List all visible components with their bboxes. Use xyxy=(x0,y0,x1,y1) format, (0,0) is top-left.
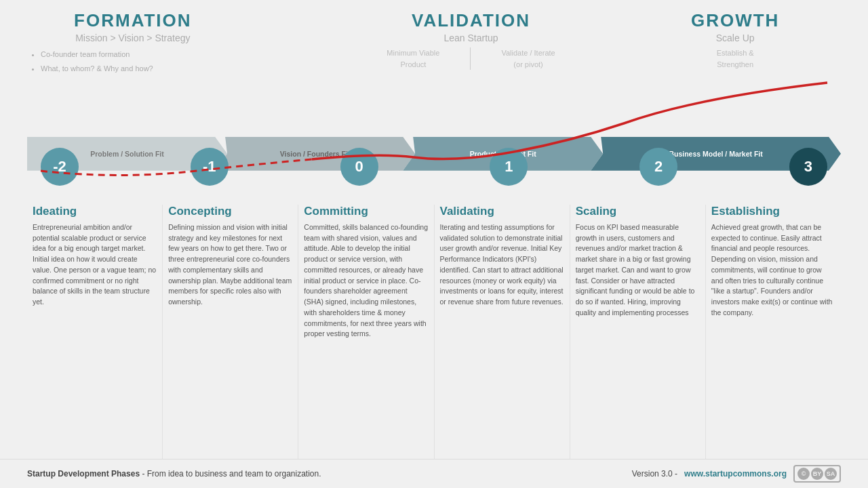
stage-circle-minus1: -1 xyxy=(191,148,229,186)
desc-text-committing: Committed, skills balanced co-founding t… xyxy=(304,222,428,340)
main-container: FORMATION Mission > Vision > Strategy Co… xyxy=(0,0,868,488)
growth-title: GROWTH xyxy=(691,10,779,31)
stage-circle-2: 2 xyxy=(639,148,677,186)
desc-heading-validating: Validating xyxy=(440,205,564,218)
desc-heading-scaling: Scaling xyxy=(576,205,700,218)
desc-heading-ideating: Ideating xyxy=(33,205,157,218)
desc-col-concepting: Concepting Defining mission and vision w… xyxy=(162,205,298,459)
validation-header: VALIDATION Lean Startup Minimum ViablePr… xyxy=(366,10,577,76)
desc-text-validating: Iterating and testing assumptions for va… xyxy=(440,222,564,308)
formation-title: FORMATION xyxy=(74,10,192,31)
diagram-section: Problem / Solution Fit Vision / Founders… xyxy=(27,79,841,198)
by-icon: BY xyxy=(811,468,823,480)
validation-subtitle: Lean Startup xyxy=(443,33,498,43)
formation-bullet-1: Co-founder team formation xyxy=(41,47,153,62)
footer-version: Version 3.0 - xyxy=(632,469,677,479)
validation-desc2: Validate / Iterate(or pivot) xyxy=(501,47,555,70)
desc-heading-establishing: Establishing xyxy=(711,205,835,218)
desc-col-scaling: Scaling Focus on KPI based measurable gr… xyxy=(570,205,705,459)
growth-header: GROWTH Scale Up Establish &Strengthen xyxy=(629,10,841,76)
footer-rest-text: - From idea to business and team to orga… xyxy=(140,469,321,479)
desc-text-concepting: Defining mission and vision with initial… xyxy=(168,222,292,308)
desc-text-ideating: Entrepreneurial ambition and/or potentia… xyxy=(33,222,157,308)
formation-bullet-2: What, to whom? & Why and how? xyxy=(41,62,153,76)
desc-col-establishing: Establishing Achieved great growth, that… xyxy=(705,205,841,459)
footer-bold-text: Startup Development Phases xyxy=(27,469,140,479)
desc-col-validating: Validating Iterating and testing assumpt… xyxy=(434,205,570,459)
desc-col-ideating: Ideating Entrepreneurial ambition and/or… xyxy=(27,205,162,459)
stage-circle-0: 0 xyxy=(340,148,378,186)
desc-heading-concepting: Concepting xyxy=(168,205,292,218)
footer-right: Version 3.0 - www.startupcommons.org © B… xyxy=(632,465,841,483)
stage-circle-3: 3 xyxy=(789,148,827,186)
cc-badge: © BY SA xyxy=(793,465,841,483)
cc-icon: © xyxy=(797,468,810,480)
footer: Startup Development Phases - From idea t… xyxy=(0,459,868,488)
footer-link[interactable]: www.startupcommons.org xyxy=(684,469,787,479)
stage-circle-1: 1 xyxy=(490,148,528,186)
footer-left: Startup Development Phases - From idea t… xyxy=(27,469,321,479)
desc-col-committing: Committing Committed, skills balanced co… xyxy=(298,205,433,459)
desc-heading-committing: Committing xyxy=(304,205,428,218)
descriptions-section: Ideating Entrepreneurial ambition and/or… xyxy=(0,198,868,459)
formation-subtitle: Mission > Vision > Strategy xyxy=(75,33,190,43)
formation-header: FORMATION Mission > Vision > Strategy Co… xyxy=(27,10,239,76)
desc-text-scaling: Focus on KPI based measurable growth in … xyxy=(576,222,700,319)
header-area: FORMATION Mission > Vision > Strategy Co… xyxy=(0,0,868,76)
stage-circle-minus2: -2 xyxy=(41,148,79,186)
validation-desc1: Minimum ViableProduct xyxy=(387,47,439,70)
desc-text-establishing: Achieved great growth, that can be expec… xyxy=(711,222,835,319)
validation-title: VALIDATION xyxy=(412,10,530,31)
growth-desc: Establish &Strengthen xyxy=(717,47,754,70)
growth-subtitle: Scale Up xyxy=(716,33,755,43)
sa-icon: SA xyxy=(825,468,837,480)
formation-bullets: Co-founder team formation What, to whom?… xyxy=(27,47,153,76)
